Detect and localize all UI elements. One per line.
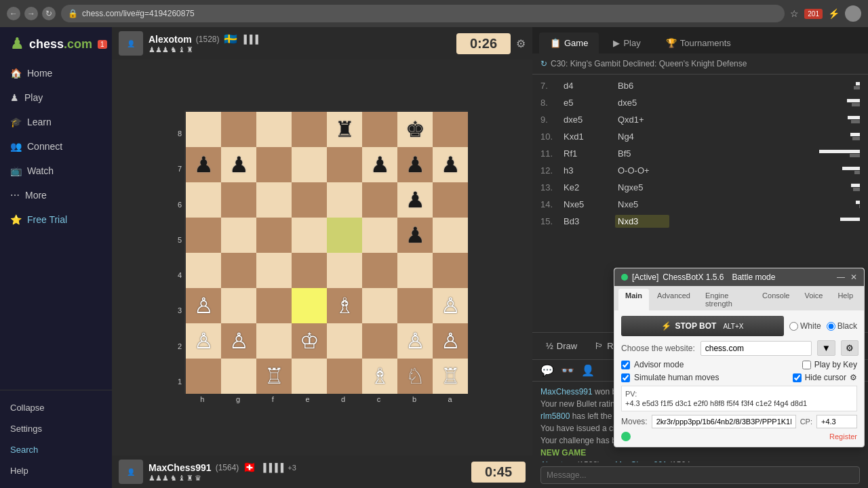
spectators-icon[interactable]: 👓 xyxy=(561,364,574,377)
board-cell[interactable] xyxy=(292,218,327,253)
lightning-icon[interactable]: ⚡ xyxy=(828,8,840,19)
star-icon[interactable]: ☆ xyxy=(790,8,799,19)
draw-button[interactable]: ½ Draw xyxy=(540,338,583,354)
board-cell[interactable]: ♗ xyxy=(327,288,362,323)
board-cell[interactable]: ♙ xyxy=(433,323,468,359)
white-radio-label[interactable]: White xyxy=(789,321,821,331)
board-cell[interactable]: ♙ xyxy=(433,288,468,323)
board-cell[interactable]: ♙ xyxy=(221,323,256,359)
board-cell[interactable]: ♟ xyxy=(221,147,256,182)
bot-tab-engine[interactable]: Engine strength xyxy=(698,289,754,310)
board-cell[interactable] xyxy=(327,147,362,182)
board-cell[interactable] xyxy=(186,253,221,288)
board-cell[interactable] xyxy=(292,182,327,218)
play-by-key-checkbox[interactable] xyxy=(802,361,811,369)
bottom-player-name[interactable]: MaxChess991 xyxy=(149,462,212,473)
chat-icon[interactable]: 💬 xyxy=(540,364,554,377)
sidebar-item-collapse[interactable]: Collapse xyxy=(0,397,112,418)
sidebar-item-help[interactable]: Help xyxy=(0,460,112,481)
move-black[interactable]: Qxd1+ xyxy=(615,113,669,126)
move-black[interactable]: Nxd3 xyxy=(615,215,669,228)
address-bar[interactable]: 🔒 chess.com/live#g=4194260875 xyxy=(61,5,785,22)
move-black[interactable]: O-O-O+ xyxy=(615,164,669,177)
cp-input[interactable] xyxy=(816,415,857,428)
board-cell[interactable]: ♟ xyxy=(397,218,433,253)
board-cell[interactable]: ♚ xyxy=(397,112,433,147)
settings-icon[interactable]: ⚙ xyxy=(516,37,526,50)
board-cell[interactable] xyxy=(327,359,362,394)
advisor-mode-checkbox[interactable] xyxy=(621,361,630,369)
board-cell[interactable] xyxy=(186,182,221,218)
board-cell[interactable] xyxy=(292,359,327,394)
move-white[interactable]: Kxd1 xyxy=(561,130,615,143)
bot-tab-console[interactable]: Console xyxy=(755,289,796,310)
sidebar-item-learn[interactable]: 🎓 Learn xyxy=(0,110,112,134)
board-cell[interactable] xyxy=(186,112,221,147)
board-cell[interactable] xyxy=(221,218,256,253)
settings-bot-icon[interactable]: ⚙ xyxy=(850,373,857,382)
board-cell[interactable] xyxy=(362,253,397,288)
board-cell[interactable] xyxy=(221,359,256,394)
sidebar-item-settings[interactable]: Settings xyxy=(0,418,112,439)
move-black[interactable]: Ng4 xyxy=(615,130,669,143)
board-cell[interactable]: ♟ xyxy=(397,182,433,218)
sidebar-item-free-trial[interactable]: ⭐ Free Trial xyxy=(0,207,112,232)
board-cell[interactable] xyxy=(292,288,327,323)
board-cell[interactable] xyxy=(292,147,327,182)
board-cell[interactable]: ♟ xyxy=(433,147,468,182)
move-white[interactable]: Nxe5 xyxy=(561,198,615,211)
board-cell[interactable] xyxy=(221,182,256,218)
sidebar-item-home[interactable]: 🏠 Home xyxy=(0,61,112,85)
tab-game[interactable]: 📋 Game xyxy=(539,33,599,54)
back-button[interactable]: ← xyxy=(7,7,20,20)
board-cell[interactable] xyxy=(221,288,256,323)
sidebar-item-watch[interactable]: 📺 Watch xyxy=(0,159,112,183)
board-cell[interactable] xyxy=(186,359,221,394)
bot-minimize-button[interactable]: — xyxy=(837,272,845,282)
friends-icon[interactable]: 👤 xyxy=(581,364,595,377)
board-cell[interactable]: ♔ xyxy=(292,323,327,359)
move-white[interactable]: h3 xyxy=(561,164,615,177)
black-radio[interactable] xyxy=(827,322,835,331)
top-player-name[interactable]: Alexotom xyxy=(149,34,192,45)
board-cell[interactable] xyxy=(362,112,397,147)
move-black[interactable]: Bf5 xyxy=(615,147,669,160)
board-cell[interactable]: ♟ xyxy=(186,147,221,182)
board-cell[interactable] xyxy=(397,253,433,288)
move-white[interactable]: Bd3 xyxy=(561,215,615,228)
board-cell[interactable]: ♙ xyxy=(186,323,221,359)
board-cell[interactable] xyxy=(362,182,397,218)
move-black[interactable]: Ngxe5 xyxy=(615,181,669,194)
hide-cursor-checkbox[interactable] xyxy=(793,373,802,382)
bot-tab-advanced[interactable]: Advanced xyxy=(650,289,697,310)
board-cell[interactable]: ♖ xyxy=(256,359,292,394)
board-cell[interactable] xyxy=(397,288,433,323)
board-cell[interactable] xyxy=(256,323,292,359)
bot-tab-main[interactable]: Main xyxy=(618,289,649,310)
board-cell[interactable] xyxy=(256,182,292,218)
move-black[interactable]: Bb6 xyxy=(615,79,669,92)
user-avatar[interactable] xyxy=(845,5,861,22)
board-cell[interactable] xyxy=(256,112,292,147)
board-cell[interactable]: ♟ xyxy=(397,147,433,182)
board-cell[interactable] xyxy=(186,218,221,253)
move-black[interactable]: Nxe5 xyxy=(615,198,669,211)
bot-close-button[interactable]: ✕ xyxy=(850,272,857,282)
tab-tournaments[interactable]: 🏆 Tournaments xyxy=(655,33,742,54)
website-settings-button[interactable]: ⚙ xyxy=(841,340,859,356)
board-cell[interactable] xyxy=(327,323,362,359)
move-white[interactable]: dxe5 xyxy=(561,113,615,126)
board-cell[interactable] xyxy=(292,112,327,147)
sidebar-item-connect[interactable]: 👥 Connect xyxy=(0,134,112,159)
refresh-button[interactable]: ↻ xyxy=(42,7,56,20)
board-cell[interactable] xyxy=(433,182,468,218)
board-cell[interactable] xyxy=(256,218,292,253)
board-cell[interactable] xyxy=(433,253,468,288)
board-cell[interactable] xyxy=(433,112,468,147)
tab-play[interactable]: ▶ Play xyxy=(602,33,651,54)
board-cell[interactable] xyxy=(327,253,362,288)
moves-input[interactable] xyxy=(652,415,796,428)
board-cell[interactable] xyxy=(433,218,468,253)
sidebar-item-play[interactable]: ♟ Play xyxy=(0,85,112,110)
bot-tab-voice[interactable]: Voice xyxy=(797,289,829,310)
